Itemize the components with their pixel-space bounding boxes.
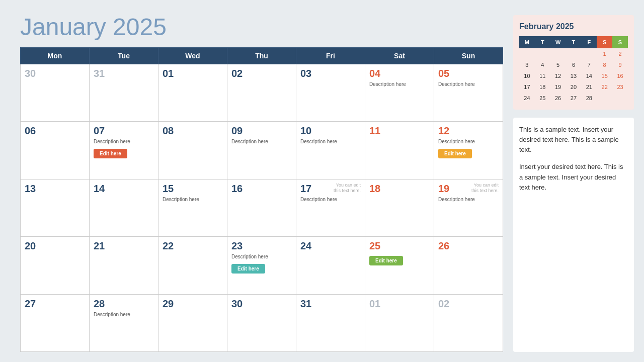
calendar-cell-0-0: 30	[21, 64, 90, 122]
day-number: 12	[438, 125, 449, 137]
day-number: 27	[25, 298, 36, 310]
day-number: 08	[163, 125, 174, 137]
mini-cal-cell-4-2: 26	[550, 93, 566, 104]
day-number: 30	[25, 67, 36, 79]
mini-cal-cell-3-4: 21	[581, 81, 597, 93]
calendar-cell-0-3: 02	[227, 64, 296, 122]
mini-cal-cell-0-2	[550, 48, 566, 59]
sidebar-text-2: Insert your desired text here. This is a…	[519, 162, 628, 192]
day-number: 02	[231, 67, 243, 79]
mini-cal-cell-2-0: 10	[519, 70, 535, 81]
mini-cal-cell-1-3: 6	[566, 59, 582, 70]
day-number: 23	[231, 240, 243, 252]
mini-cal-row-1: 3456789	[519, 59, 628, 70]
mini-cal-title: February 2025	[519, 22, 628, 31]
calendar-cell-4-3: 30	[227, 294, 296, 351]
calendar-cell-4-0: 27	[21, 294, 90, 351]
mini-cal-cell-0-5: 1	[597, 48, 612, 59]
calendar-cell-4-6: 02	[434, 294, 503, 351]
day-number: 20	[25, 240, 36, 252]
day-number: 09	[231, 125, 243, 137]
mini-cal-body: 1234567891011121314151617181920212223242…	[519, 48, 628, 104]
mini-cal-cell-3-0: 17	[519, 81, 535, 93]
day-number: 05	[438, 67, 449, 79]
main-calendar: MonTueWedThuFriSatSun 303101020304Descri…	[20, 47, 503, 352]
edit-button[interactable]: Edit here	[94, 149, 127, 158]
mini-cal-header-m-0: M	[519, 36, 535, 48]
mini-cal-row-4: 2425262728	[519, 93, 628, 104]
calendar-header-tue: Tue	[90, 48, 158, 64]
calendar-cell-2-2: 15Description here	[158, 179, 227, 236]
calendar-row-1: 0607Description hereEdit here0809Descrip…	[21, 122, 503, 179]
mini-cal-header-w-2: W	[550, 36, 566, 48]
mini-cal-cell-1-6: 9	[612, 59, 628, 70]
day-description: Description here	[438, 138, 499, 145]
calendar-header-sat: Sat	[365, 48, 434, 64]
calendar-cell-3-6: 26	[434, 237, 503, 294]
calendar-cell-3-0: 20	[21, 237, 90, 294]
day-number: 11	[369, 125, 380, 137]
edit-button[interactable]: Edit here	[369, 256, 403, 265]
day-number: 07	[94, 125, 105, 137]
day-number: 16	[231, 183, 243, 195]
mini-cal-cell-2-3: 13	[566, 70, 582, 81]
mini-cal-cell-2-6: 16	[612, 70, 628, 81]
mini-cal-cell-2-2: 12	[550, 70, 566, 81]
mini-cal-cell-3-2: 19	[550, 81, 566, 93]
calendar-cell-1-2: 08	[158, 122, 227, 179]
day-note: You can edit this text here.	[471, 183, 499, 194]
sidebar-text-1: This is a sample text. Insert your desir…	[519, 125, 628, 155]
day-number: 29	[163, 298, 174, 310]
mini-cal-header-s-6: S	[612, 36, 628, 48]
calendar-cell-2-3: 16	[227, 179, 296, 236]
main-section: January 2025 MonTueWedThuFriSatSun 30310…	[20, 15, 503, 352]
page-title: January 2025	[20, 15, 503, 39]
calendar-cell-3-5: 25Edit here	[365, 237, 434, 294]
mini-cal-cell-1-4: 7	[581, 59, 597, 70]
day-number: 10	[300, 125, 311, 137]
mini-calendar-box: February 2025 MTWTFSS 123456789101112131…	[513, 15, 634, 110]
mini-cal-cell-0-6: 2	[612, 48, 628, 59]
day-description: Description here	[300, 138, 361, 145]
day-number: 01	[163, 67, 174, 79]
day-description: Description here	[163, 196, 223, 203]
edit-button[interactable]: Edit here	[231, 264, 265, 274]
mini-cal-cell-4-3: 27	[566, 93, 582, 104]
mini-cal-cell-3-5: 22	[597, 81, 612, 93]
mini-cal-header-f-4: F	[581, 36, 597, 48]
day-number: 06	[25, 125, 36, 137]
calendar-cell-1-5: 11	[365, 122, 434, 179]
mini-cal-cell-1-2: 5	[550, 59, 566, 70]
sidebar-text-box: This is a sample text. Insert your desir…	[513, 118, 634, 352]
day-number: 24	[300, 240, 311, 252]
day-number: 17	[300, 183, 311, 195]
mini-cal-cell-0-4	[581, 48, 597, 59]
mini-cal-cell-3-3: 20	[566, 81, 582, 93]
calendar-cell-0-4: 03	[296, 64, 365, 122]
calendar-cell-4-1: 28Description here	[90, 294, 158, 351]
day-number: 01	[369, 298, 380, 310]
day-number: 25	[369, 240, 380, 252]
calendar-cell-3-3: 23Description hereEdit here	[227, 237, 296, 294]
mini-cal-cell-4-1: 25	[535, 93, 550, 104]
edit-button[interactable]: Edit here	[438, 149, 472, 158]
calendar-row-3: 20212223Description hereEdit here2425Edi…	[21, 237, 503, 294]
day-number: 21	[94, 240, 105, 252]
day-description: Description here	[369, 81, 430, 87]
mini-cal-cell-2-1: 11	[535, 70, 550, 81]
mini-cal-cell-4-4: 28	[581, 93, 597, 104]
day-number: 15	[163, 183, 174, 195]
mini-cal-cell-2-5: 15	[597, 70, 612, 81]
mini-cal-cell-4-5	[597, 93, 612, 104]
calendar-cell-3-1: 21	[90, 237, 158, 294]
calendar-cell-2-5: 18	[365, 179, 434, 236]
mini-cal-cell-0-0	[519, 48, 535, 59]
day-number: 31	[300, 298, 311, 310]
calendar-cell-1-4: 10Description here	[296, 122, 365, 179]
mini-cal-row-2: 10111213141516	[519, 70, 628, 81]
calendar-cell-4-5: 01	[365, 294, 434, 351]
calendar-cell-0-6: 05Description here	[434, 64, 503, 122]
mini-cal-cell-1-5: 8	[597, 59, 612, 70]
calendar-cell-0-5: 04Description here	[365, 64, 434, 122]
calendar-header-fri: Fri	[296, 48, 365, 64]
